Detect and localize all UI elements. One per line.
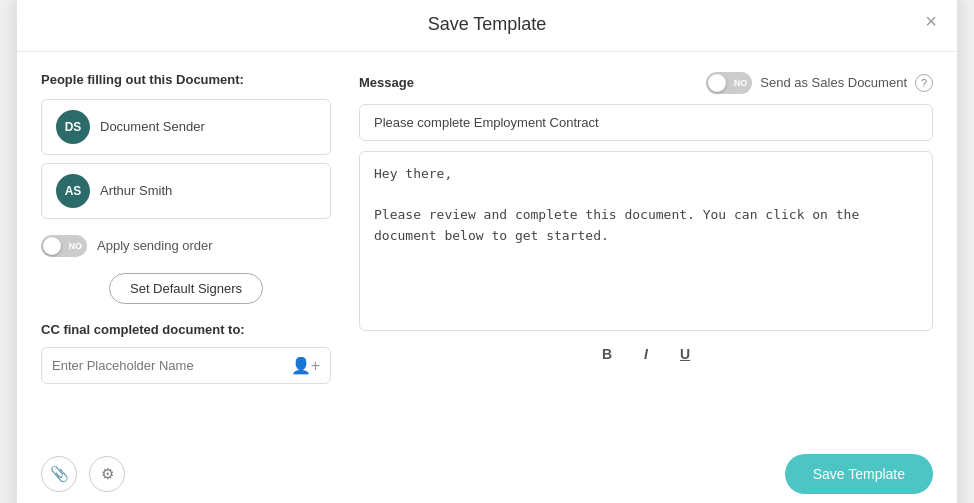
- save-template-button[interactable]: Save Template: [785, 454, 933, 494]
- avatar-as-initials: AS: [65, 184, 82, 198]
- modal-footer: 📎 ⚙ Save Template: [17, 442, 957, 504]
- avatar-ds-initials: DS: [65, 120, 82, 134]
- avatar-as: AS: [56, 174, 90, 208]
- attach-button[interactable]: 📎: [41, 456, 77, 492]
- settings-icon: ⚙: [101, 465, 114, 483]
- signer-item-as: AS Arthur Smith: [41, 163, 331, 219]
- help-icon[interactable]: ?: [915, 74, 933, 92]
- bold-button[interactable]: B: [596, 342, 618, 366]
- avatar-ds: DS: [56, 110, 90, 144]
- signer-name-as: Arthur Smith: [100, 183, 172, 198]
- modal-body: People filling out this Document: DS Doc…: [17, 52, 957, 442]
- toggle-knob: [43, 237, 61, 255]
- modal-overlay: Save Template × People filling out this …: [0, 0, 974, 503]
- modal-title: Save Template: [428, 14, 547, 35]
- italic-button[interactable]: I: [638, 342, 654, 366]
- left-panel: People filling out this Document: DS Doc…: [41, 72, 331, 422]
- signers-label: People filling out this Document:: [41, 72, 331, 87]
- cc-input[interactable]: [52, 358, 291, 373]
- send-sales-toggle[interactable]: NO: [706, 72, 752, 94]
- message-body-textarea[interactable]: [359, 151, 933, 331]
- attach-icon: 📎: [50, 465, 69, 483]
- send-sales-label: Send as Sales Document: [760, 75, 907, 90]
- message-header-row: Message NO Send as Sales Document ?: [359, 72, 933, 94]
- message-label: Message: [359, 75, 414, 90]
- set-default-signers-button[interactable]: Set Default Signers: [109, 273, 263, 304]
- toggle-no-label: NO: [69, 241, 83, 251]
- sending-order-toggle-row: NO Apply sending order: [41, 235, 331, 257]
- cc-label: CC final completed document to:: [41, 322, 331, 337]
- sending-order-label: Apply sending order: [97, 238, 213, 253]
- sending-order-toggle[interactable]: NO: [41, 235, 87, 257]
- signer-item-ds: DS Document Sender: [41, 99, 331, 155]
- cc-input-wrap: 👤+: [41, 347, 331, 384]
- add-person-icon: 👤+: [291, 356, 320, 375]
- format-bar: B I U: [359, 342, 933, 366]
- right-panel: Message NO Send as Sales Document ? B I: [359, 72, 933, 422]
- modal-header: Save Template ×: [17, 0, 957, 52]
- settings-button[interactable]: ⚙: [89, 456, 125, 492]
- subject-input[interactable]: [359, 104, 933, 141]
- send-sales-no-label: NO: [734, 78, 748, 88]
- close-button[interactable]: ×: [925, 11, 937, 31]
- send-sales-toggle-knob: [708, 74, 726, 92]
- footer-left: 📎 ⚙: [41, 456, 125, 492]
- signer-name-ds: Document Sender: [100, 119, 205, 134]
- send-sales-row: NO Send as Sales Document ?: [706, 72, 933, 94]
- modal: Save Template × People filling out this …: [17, 0, 957, 503]
- underline-button[interactable]: U: [674, 342, 696, 366]
